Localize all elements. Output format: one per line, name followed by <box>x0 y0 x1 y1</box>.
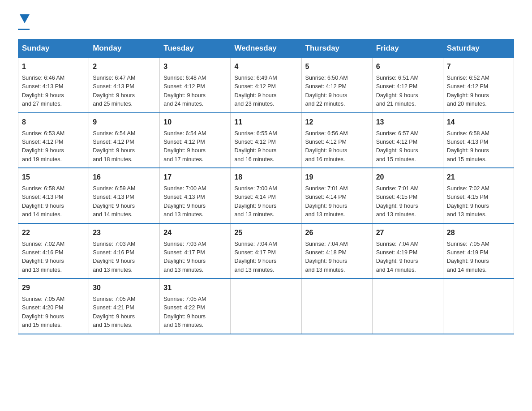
day-info: Sunrise: 6:49 AMSunset: 4:12 PMDaylight:… <box>234 74 297 109</box>
day-number: 25 <box>234 227 297 238</box>
day-cell-13: 13Sunrise: 6:57 AMSunset: 4:12 PMDayligh… <box>372 113 443 168</box>
day-cell-2: 2Sunrise: 6:47 AMSunset: 4:13 PMDaylight… <box>89 58 160 113</box>
day-number: 11 <box>234 117 297 128</box>
day-info: Sunrise: 7:02 AMSunset: 4:16 PMDaylight:… <box>22 240 85 275</box>
day-number: 10 <box>163 117 227 128</box>
empty-cell <box>301 278 372 334</box>
empty-cell <box>372 278 443 334</box>
day-number: 19 <box>305 172 369 183</box>
day-cell-19: 19Sunrise: 7:01 AMSunset: 4:14 PMDayligh… <box>301 168 372 223</box>
day-number: 12 <box>305 117 369 128</box>
day-info: Sunrise: 7:00 AMSunset: 4:14 PMDaylight:… <box>234 184 297 219</box>
day-cell-27: 27Sunrise: 7:04 AMSunset: 4:19 PMDayligh… <box>372 223 443 279</box>
day-header-friday: Friday <box>372 39 443 58</box>
day-number: 29 <box>22 283 85 293</box>
day-cell-8: 8Sunrise: 6:53 AMSunset: 4:12 PMDaylight… <box>18 113 89 168</box>
day-number: 23 <box>93 227 156 238</box>
day-number: 17 <box>163 172 227 183</box>
day-header-monday: Monday <box>89 39 160 58</box>
day-cell-14: 14Sunrise: 6:58 AMSunset: 4:13 PMDayligh… <box>443 113 514 168</box>
day-number: 20 <box>376 172 439 183</box>
day-number: 31 <box>163 283 227 293</box>
day-cell-25: 25Sunrise: 7:04 AMSunset: 4:17 PMDayligh… <box>231 223 301 279</box>
day-cell-4: 4Sunrise: 6:49 AMSunset: 4:12 PMDaylight… <box>231 58 301 113</box>
day-cell-3: 3Sunrise: 6:48 AMSunset: 4:12 PMDaylight… <box>160 58 231 113</box>
day-number: 26 <box>305 227 369 238</box>
day-cell-12: 12Sunrise: 6:56 AMSunset: 4:12 PMDayligh… <box>301 113 372 168</box>
day-info: Sunrise: 7:00 AMSunset: 4:13 PMDaylight:… <box>163 184 227 219</box>
day-cell-26: 26Sunrise: 7:04 AMSunset: 4:18 PMDayligh… <box>301 223 372 279</box>
day-cell-10: 10Sunrise: 6:54 AMSunset: 4:12 PMDayligh… <box>160 113 231 168</box>
day-cell-17: 17Sunrise: 7:00 AMSunset: 4:13 PMDayligh… <box>160 168 231 223</box>
day-header-tuesday: Tuesday <box>160 39 231 58</box>
day-number: 27 <box>376 227 439 238</box>
day-info: Sunrise: 6:51 AMSunset: 4:12 PMDaylight:… <box>376 74 439 109</box>
day-cell-18: 18Sunrise: 7:00 AMSunset: 4:14 PMDayligh… <box>231 168 301 223</box>
day-info: Sunrise: 7:03 AMSunset: 4:16 PMDaylight:… <box>93 240 156 275</box>
day-cell-9: 9Sunrise: 6:54 AMSunset: 4:12 PMDaylight… <box>89 113 160 168</box>
day-info: Sunrise: 6:46 AMSunset: 4:13 PMDaylight:… <box>22 74 85 109</box>
day-info: Sunrise: 6:57 AMSunset: 4:12 PMDaylight:… <box>376 129 439 164</box>
calendar-table: SundayMondayTuesdayWednesdayThursdayFrid… <box>18 39 514 334</box>
day-info: Sunrise: 7:05 AMSunset: 4:21 PMDaylight:… <box>93 295 156 330</box>
week-row-1: 1Sunrise: 6:46 AMSunset: 4:13 PMDaylight… <box>18 58 514 113</box>
day-info: Sunrise: 6:48 AMSunset: 4:12 PMDaylight:… <box>163 74 227 109</box>
week-row-3: 15Sunrise: 6:58 AMSunset: 4:13 PMDayligh… <box>18 168 514 223</box>
day-headers-row: SundayMondayTuesdayWednesdayThursdayFrid… <box>18 39 514 58</box>
week-row-5: 29Sunrise: 7:05 AMSunset: 4:20 PMDayligh… <box>18 278 514 334</box>
empty-cell <box>443 278 514 334</box>
day-number: 13 <box>376 117 439 128</box>
day-info: Sunrise: 7:01 AMSunset: 4:14 PMDaylight:… <box>305 184 369 219</box>
day-number: 18 <box>234 172 297 183</box>
day-info: Sunrise: 6:56 AMSunset: 4:12 PMDaylight:… <box>305 129 369 164</box>
day-info: Sunrise: 7:05 AMSunset: 4:22 PMDaylight:… <box>163 295 227 330</box>
day-info: Sunrise: 7:03 AMSunset: 4:17 PMDaylight:… <box>163 240 227 275</box>
day-number: 22 <box>22 227 85 238</box>
day-info: Sunrise: 6:55 AMSunset: 4:12 PMDaylight:… <box>234 129 297 164</box>
day-info: Sunrise: 7:04 AMSunset: 4:17 PMDaylight:… <box>234 240 297 275</box>
week-row-2: 8Sunrise: 6:53 AMSunset: 4:12 PMDaylight… <box>18 113 514 168</box>
day-header-thursday: Thursday <box>301 39 372 58</box>
day-cell-20: 20Sunrise: 7:01 AMSunset: 4:15 PMDayligh… <box>372 168 443 223</box>
day-header-saturday: Saturday <box>443 39 514 58</box>
day-number: 14 <box>447 117 510 128</box>
day-cell-11: 11Sunrise: 6:55 AMSunset: 4:12 PMDayligh… <box>231 113 301 168</box>
day-info: Sunrise: 6:53 AMSunset: 4:12 PMDaylight:… <box>22 129 85 164</box>
page-header <box>18 13 514 30</box>
day-info: Sunrise: 6:58 AMSunset: 4:13 PMDaylight:… <box>447 129 510 164</box>
day-info: Sunrise: 7:02 AMSunset: 4:15 PMDaylight:… <box>447 184 510 219</box>
day-info: Sunrise: 6:54 AMSunset: 4:12 PMDaylight:… <box>93 129 156 164</box>
day-number: 15 <box>22 172 85 183</box>
week-row-4: 22Sunrise: 7:02 AMSunset: 4:16 PMDayligh… <box>18 223 514 279</box>
day-cell-24: 24Sunrise: 7:03 AMSunset: 4:17 PMDayligh… <box>160 223 231 279</box>
logo-triangle-icon <box>20 14 30 23</box>
day-info: Sunrise: 6:47 AMSunset: 4:13 PMDaylight:… <box>93 74 156 109</box>
day-cell-22: 22Sunrise: 7:02 AMSunset: 4:16 PMDayligh… <box>18 223 89 279</box>
day-info: Sunrise: 7:04 AMSunset: 4:19 PMDaylight:… <box>376 240 439 275</box>
day-cell-28: 28Sunrise: 7:05 AMSunset: 4:19 PMDayligh… <box>443 223 514 279</box>
day-number: 21 <box>447 172 510 183</box>
day-number: 30 <box>93 283 156 293</box>
day-number: 28 <box>447 227 510 238</box>
day-cell-1: 1Sunrise: 6:46 AMSunset: 4:13 PMDaylight… <box>18 58 89 113</box>
day-cell-23: 23Sunrise: 7:03 AMSunset: 4:16 PMDayligh… <box>89 223 160 279</box>
day-cell-15: 15Sunrise: 6:58 AMSunset: 4:13 PMDayligh… <box>18 168 89 223</box>
logo-underline <box>18 29 30 30</box>
day-number: 6 <box>376 61 439 72</box>
day-number: 2 <box>93 61 156 72</box>
day-number: 24 <box>163 227 227 238</box>
day-cell-7: 7Sunrise: 6:52 AMSunset: 4:12 PMDaylight… <box>443 58 514 113</box>
svg-marker-0 <box>20 14 30 23</box>
day-info: Sunrise: 6:59 AMSunset: 4:13 PMDaylight:… <box>93 184 156 219</box>
day-number: 8 <box>22 117 85 128</box>
day-number: 1 <box>22 61 85 72</box>
day-info: Sunrise: 6:58 AMSunset: 4:13 PMDaylight:… <box>22 184 85 219</box>
logo <box>18 13 30 30</box>
day-info: Sunrise: 7:01 AMSunset: 4:15 PMDaylight:… <box>376 184 439 219</box>
day-number: 5 <box>305 61 369 72</box>
day-info: Sunrise: 7:05 AMSunset: 4:20 PMDaylight:… <box>22 295 85 330</box>
day-info: Sunrise: 7:04 AMSunset: 4:18 PMDaylight:… <box>305 240 369 275</box>
day-cell-31: 31Sunrise: 7:05 AMSunset: 4:22 PMDayligh… <box>160 278 231 334</box>
day-number: 16 <box>93 172 156 183</box>
day-cell-5: 5Sunrise: 6:50 AMSunset: 4:12 PMDaylight… <box>301 58 372 113</box>
